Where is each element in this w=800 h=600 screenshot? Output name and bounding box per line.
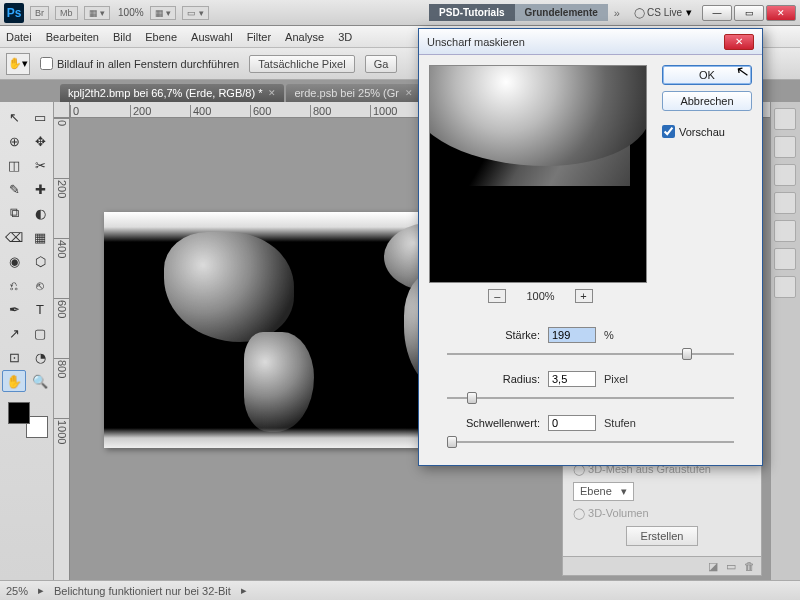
panel-icon[interactable]: ◪	[708, 560, 718, 573]
dock-icon[interactable]	[774, 192, 796, 214]
status-zoom[interactable]: 25%	[6, 585, 28, 597]
trash-icon[interactable]: 🗑	[744, 560, 755, 572]
tool-button[interactable]: T	[28, 298, 52, 320]
app-icon: Ps	[4, 3, 24, 23]
threshold-unit: Stufen	[604, 417, 636, 429]
cslive-button[interactable]: CS Live	[634, 7, 682, 18]
tool-button[interactable]: ✚	[28, 178, 52, 200]
3d-panel: ◯ 3D-Mesh aus Graustufen Ebene ▾ ◯ 3D-Vo…	[562, 452, 762, 557]
tool-button[interactable]: ✎	[2, 178, 26, 200]
close-icon[interactable]: ✕	[268, 88, 276, 98]
tool-button[interactable]: ⌫	[2, 226, 26, 248]
cancel-button[interactable]: Abbrechen	[662, 91, 752, 111]
tool-button[interactable]: ✂	[28, 154, 52, 176]
tool-button[interactable]: ↗	[2, 322, 26, 344]
tool-button[interactable]: ◫	[2, 154, 26, 176]
preview-checkbox[interactable]: Vorschau	[662, 125, 752, 138]
tool-button[interactable]: ⧉	[2, 202, 26, 224]
threshold-label: Schwellenwert:	[435, 417, 540, 429]
window-minimize-button[interactable]: —	[702, 5, 732, 21]
actual-pixels-button[interactable]: Tatsächliche Pixel	[249, 55, 354, 73]
view-extras-button[interactable]: ▦ ▾	[150, 6, 177, 20]
preview-zoom-label: 100%	[526, 290, 554, 302]
menu-auswahl[interactable]: Auswahl	[191, 31, 233, 43]
strength-slider[interactable]	[447, 347, 734, 361]
ruler-origin[interactable]	[54, 102, 70, 118]
workspace-tabs: PSD-Tutorials Grundelemente	[429, 4, 608, 21]
close-icon[interactable]: ✕	[405, 88, 413, 98]
minibridge-button[interactable]: Mb	[55, 6, 78, 20]
radius-unit: Pixel	[604, 373, 628, 385]
titlebar-zoom[interactable]: 100%	[118, 7, 144, 18]
tool-button[interactable]: ◉	[2, 250, 26, 272]
strength-input[interactable]	[548, 327, 596, 343]
tool-button[interactable]: ✋	[2, 370, 26, 392]
ok-button[interactable]: OK	[662, 65, 752, 85]
tool-button[interactable]: ⎋	[28, 274, 52, 296]
dialog-title-label: Unscharf maskieren	[427, 36, 525, 48]
menu-ebene[interactable]: Ebene	[145, 31, 177, 43]
status-info: Belichtung funktioniert nur bei 32-Bit	[54, 585, 231, 597]
menu-bearbeiten[interactable]: Bearbeiten	[46, 31, 99, 43]
titlebar: Ps Br Mb ▦ ▾ 100% ▦ ▾ ▭ ▾ PSD-Tutorials …	[0, 0, 800, 26]
dock-icon[interactable]	[774, 276, 796, 298]
tool-button[interactable]: ⊕	[2, 130, 26, 152]
window-maximize-button[interactable]: ▭	[734, 5, 764, 21]
tool-button[interactable]: ↖	[2, 106, 26, 128]
tool-button[interactable]: 🔍	[28, 370, 52, 392]
workspace-tab-tutorials[interactable]: PSD-Tutorials	[429, 4, 514, 21]
color-swatches[interactable]	[8, 402, 48, 438]
tool-button[interactable]: ✒	[2, 298, 26, 320]
tool-button[interactable]: ⎌	[2, 274, 26, 296]
fit-screen-button[interactable]: Ga	[365, 55, 398, 73]
ruler-vertical[interactable]: 02004006008001000	[54, 118, 70, 580]
statusbar: 25% ▸ Belichtung funktioniert nur bei 32…	[0, 580, 800, 600]
tool-button[interactable]: ⊡	[2, 346, 26, 368]
panel-icon[interactable]: ▭	[726, 560, 736, 573]
3d-layer-select[interactable]: Ebene ▾	[573, 482, 634, 501]
filter-preview[interactable]	[429, 65, 647, 283]
strength-label: Stärke:	[435, 329, 540, 341]
dock-icon[interactable]	[774, 248, 796, 270]
document-tab[interactable]: kplj2th2.bmp bei 66,7% (Erde, RGB/8) *✕	[60, 84, 284, 102]
menu-analyse[interactable]: Analyse	[285, 31, 324, 43]
toolbox: ↖▭⊕✥◫✂✎✚⧉◐⌫▦◉⬡⎌⎋✒T↗▢⊡◔✋🔍	[0, 102, 54, 580]
document-tab[interactable]: erde.psb bei 25% (Gr✕	[286, 84, 421, 102]
dock-icon[interactable]	[774, 164, 796, 186]
tool-button[interactable]: ✥	[28, 130, 52, 152]
current-tool-indicator[interactable]: ✋▾	[6, 53, 30, 75]
window-close-button[interactable]: ✕	[766, 5, 796, 21]
tool-button[interactable]: ▦	[28, 226, 52, 248]
radius-input[interactable]	[548, 371, 596, 387]
tool-button[interactable]: ⬡	[28, 250, 52, 272]
dock-icon[interactable]	[774, 220, 796, 242]
dialog-close-button[interactable]: ✕	[724, 34, 754, 50]
foreground-color-swatch[interactable]	[8, 402, 30, 424]
dialog-titlebar[interactable]: Unscharf maskieren ✕	[419, 29, 762, 55]
threshold-input[interactable]	[548, 415, 596, 431]
menu-filter[interactable]: Filter	[247, 31, 271, 43]
dock-icon[interactable]	[774, 108, 796, 130]
tool-button[interactable]: ◔	[28, 346, 52, 368]
create-button[interactable]: Erstellen	[626, 526, 699, 546]
3d-volume-radio[interactable]: 3D-Volumen	[588, 507, 649, 519]
bridge-button[interactable]: Br	[30, 6, 49, 20]
tool-button[interactable]: ▢	[28, 322, 52, 344]
dock-icon[interactable]	[774, 136, 796, 158]
workspace-more-icon[interactable]: »	[608, 5, 626, 21]
tool-button[interactable]: ▭	[28, 106, 52, 128]
arrange-button[interactable]: ▭ ▾	[182, 6, 209, 20]
menu-3d[interactable]: 3D	[338, 31, 352, 43]
menu-datei[interactable]: Datei	[6, 31, 32, 43]
workspace-tab-grundelemente[interactable]: Grundelemente	[515, 4, 608, 21]
screen-mode-button[interactable]: ▦ ▾	[84, 6, 111, 20]
threshold-slider[interactable]	[447, 435, 734, 449]
zoom-out-button[interactable]: –	[488, 289, 506, 303]
menu-bild[interactable]: Bild	[113, 31, 131, 43]
scroll-all-checkbox[interactable]: Bildlauf in allen Fenstern durchführen	[40, 57, 239, 70]
tool-button[interactable]: ◐	[28, 202, 52, 224]
radius-slider[interactable]	[447, 391, 734, 405]
unsharp-mask-dialog: Unscharf maskieren ✕ – 100% + OK Abbrech…	[418, 28, 763, 466]
zoom-in-button[interactable]: +	[575, 289, 593, 303]
3d-panel-footer: ◪ ▭ 🗑	[562, 556, 762, 576]
